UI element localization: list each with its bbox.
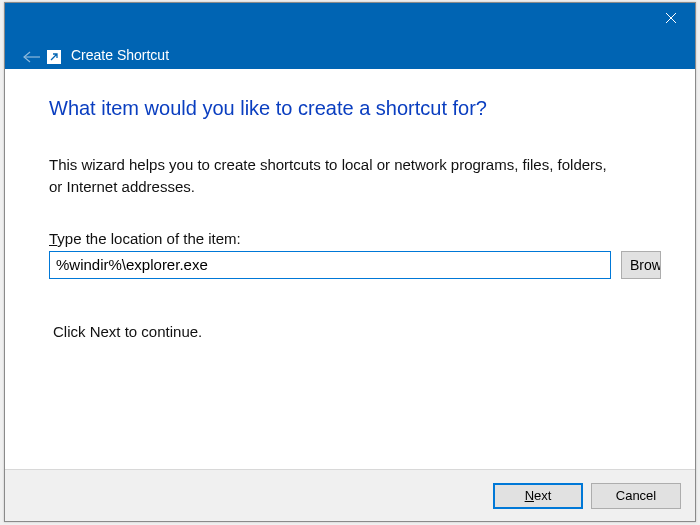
location-input[interactable] (49, 251, 611, 279)
next-button[interactable]: Next (493, 483, 583, 509)
arrow-icon (49, 52, 59, 62)
back-button (19, 47, 45, 67)
wizard-description: This wizard helps you to create shortcut… (49, 154, 695, 198)
wizard-content: What item would you like to create a sho… (5, 69, 695, 469)
close-icon (665, 12, 677, 24)
wizard-footer: Next Cancel (5, 469, 695, 521)
location-label-text: ype the location of the item: (57, 230, 240, 247)
close-button[interactable] (647, 3, 695, 33)
next-hotkey: N (525, 488, 534, 503)
shortcut-page-icon (47, 50, 61, 64)
window-title: Create Shortcut (71, 47, 169, 63)
location-row: Browse... (49, 251, 689, 279)
cancel-button[interactable]: Cancel (591, 483, 681, 509)
wizard-heading: What item would you like to create a sho… (49, 97, 695, 120)
browse-text: rowse... (639, 257, 661, 273)
back-arrow-icon (22, 50, 42, 64)
next-text: ext (534, 488, 551, 503)
browse-hotkey: B (630, 257, 639, 273)
continue-text: Click Next to continue. (53, 323, 695, 340)
titlebar: Create Shortcut (5, 3, 695, 69)
browse-button[interactable]: Browse... (621, 251, 661, 279)
create-shortcut-wizard: Create Shortcut What item would you like… (4, 2, 696, 522)
location-label: Type the location of the item: (49, 230, 695, 247)
